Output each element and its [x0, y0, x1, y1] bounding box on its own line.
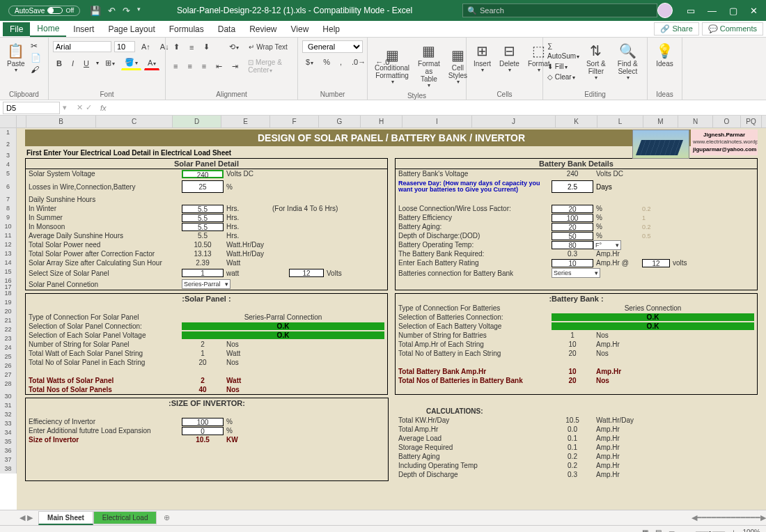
tab-view[interactable]: View: [284, 22, 316, 36]
status-bar: ▦▤▭ —━━━●━━━+ 100%: [0, 525, 766, 532]
titlebar: AutoSaveOff 💾 ↶ ↷ ▾ Solar-Panel-Design-2…: [0, 0, 766, 21]
insert-cells[interactable]: ⊞Insert▾: [471, 40, 494, 75]
delete-cells[interactable]: ⊟Delete▾: [497, 40, 522, 75]
view-break-icon[interactable]: ▭: [669, 529, 675, 532]
tab-file[interactable]: File: [3, 22, 30, 36]
sort-filter[interactable]: ⇅Sort & Filter▾: [582, 40, 609, 83]
conditional-formatting[interactable]: ▦Conditional Formatting▾: [372, 45, 412, 87]
fill-color-icon[interactable]: 🪣▾: [121, 56, 141, 70]
row-headers[interactable]: 1234567891011121314151617181920212223242…: [0, 128, 17, 510]
autosum[interactable]: ∑ AutoSum▾: [547, 40, 579, 61]
find-select[interactable]: 🔍Find & Select▾: [613, 40, 643, 83]
tab-insert[interactable]: Insert: [66, 22, 101, 36]
zoom-level[interactable]: 100%: [742, 529, 760, 532]
paste-button[interactable]: 📋Paste▾: [4, 40, 28, 75]
font-size[interactable]: [114, 41, 135, 52]
fill[interactable]: ⬇ Fill▾: [547, 61, 579, 72]
new-sheet-icon[interactable]: ⊕: [164, 513, 170, 522]
format-as-table[interactable]: ▦Format as Table▾: [415, 40, 443, 91]
redo-icon[interactable]: ↷: [123, 6, 130, 16]
close-icon[interactable]: ✕: [750, 6, 758, 16]
comma-icon[interactable]: ,: [336, 56, 345, 68]
fx-icon[interactable]: fx: [100, 104, 107, 112]
sheet-electrical-load[interactable]: Electrical Load: [93, 511, 157, 524]
align-top-icon[interactable]: ⬆: [170, 40, 183, 54]
worksheet-area[interactable]: DESIGN OF SOLAR PANEL / BATTERY BANK / I…: [17, 128, 766, 510]
tab-formulas[interactable]: Formulas: [162, 22, 211, 36]
merge-center[interactable]: ⊡ Merge & Center▾: [244, 56, 293, 76]
tab-data[interactable]: Data: [211, 22, 242, 36]
ribbon: 📋Paste▾✂📄🖌 Clipboard A↑A↓ BIU▾⊞▾🪣▾A▾ Fon…: [0, 38, 766, 100]
tab-review[interactable]: Review: [242, 22, 283, 36]
bold-icon[interactable]: B: [53, 57, 65, 70]
view-layout-icon[interactable]: ▤: [655, 529, 662, 532]
qat-more-icon[interactable]: ▾: [137, 6, 141, 16]
undo-icon[interactable]: ↶: [108, 6, 116, 16]
grow-font-icon[interactable]: A↑: [138, 40, 154, 53]
clear[interactable]: ◇ Clear▾: [547, 72, 579, 82]
minimize-icon[interactable]: —: [708, 6, 717, 16]
maximize-icon[interactable]: ▢: [729, 6, 737, 16]
share-button[interactable]: 🔗 Share: [654, 22, 698, 36]
font-color-icon[interactable]: A▾: [144, 56, 159, 70]
ideas-button[interactable]: 💡Ideas: [652, 40, 678, 69]
window-title: Solar-Panel-Design-22-8-12 (1).xls - Com…: [141, 6, 448, 15]
sheet-main[interactable]: Main Sheet: [38, 511, 93, 525]
sheet-tabs: ◀ ▶ Main Sheet Electrical Load ⊕ ◀━━━━━━…: [0, 510, 766, 525]
italic-icon[interactable]: I: [68, 57, 77, 70]
view-normal-icon[interactable]: ▦: [642, 529, 648, 532]
formula-bar: ▾✕✓ fx: [0, 100, 766, 116]
ribbon-options-icon[interactable]: ▭: [687, 6, 695, 16]
user-avatar[interactable]: [657, 3, 673, 18]
number-format[interactable]: General: [302, 40, 363, 53]
solar-connection-select[interactable]: Series-Parral▾: [182, 279, 230, 289]
font-name[interactable]: [53, 41, 111, 52]
save-icon[interactable]: 💾: [90, 6, 101, 16]
search-box[interactable]: 🔍 Search: [462, 3, 657, 17]
tab-help[interactable]: Help: [315, 22, 347, 36]
autosave-toggle[interactable]: AutoSaveOff: [8, 6, 80, 16]
name-box[interactable]: [3, 102, 60, 114]
currency-icon[interactable]: $▾: [302, 56, 317, 68]
author-card: Jignesh.Parmarwww.electricalnotes.wordpr…: [632, 130, 758, 159]
column-headers[interactable]: BCDEFGHIJKLMNOPQ: [0, 116, 766, 128]
tab-pagelayout[interactable]: Page Layout: [101, 22, 162, 36]
comments-button[interactable]: 💬 Comments: [702, 22, 763, 36]
battery-connection-select[interactable]: Series▾: [552, 268, 600, 278]
percent-icon[interactable]: %: [320, 56, 334, 68]
wrap-text[interactable]: ↵ Wrap Text: [245, 41, 290, 53]
border-icon[interactable]: ⊞▾: [102, 56, 118, 70]
menu-bar: File Home Insert Page Layout Formulas Da…: [0, 21, 766, 38]
temp-unit-select[interactable]: F°▾: [593, 240, 621, 250]
orientation-icon[interactable]: ⟲▾: [226, 40, 242, 54]
solar-panel-image: [632, 130, 689, 159]
tab-home[interactable]: Home: [30, 22, 66, 37]
underline-icon[interactable]: U: [80, 57, 93, 70]
